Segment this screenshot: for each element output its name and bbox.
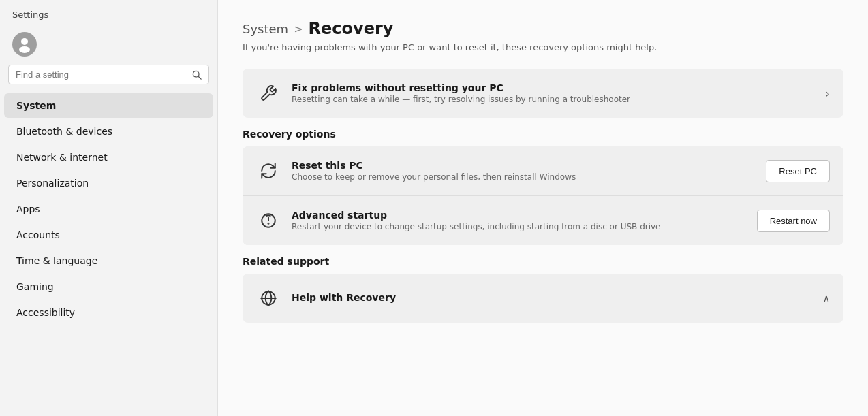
svg-point-1 [19, 46, 30, 53]
sidebar-item-accounts[interactable]: Accounts [4, 223, 213, 247]
advanced-startup-title: Advanced startup [292, 210, 757, 221]
breadcrumb-parent: System [243, 22, 288, 36]
sidebar-item-bluetooth[interactable]: Bluetooth & devices [4, 119, 213, 144]
sidebar-item-time[interactable]: Time & language [4, 249, 213, 273]
search-input[interactable] [16, 69, 192, 80]
help-recovery-title: Help with Recovery [292, 292, 823, 303]
advanced-startup-row: Advanced startup Restart your device to … [243, 196, 843, 245]
reset-pc-title: Reset this PC [292, 160, 766, 171]
restart-now-button[interactable]: Restart now [757, 210, 830, 232]
advanced-startup-desc: Restart your device to change startup se… [292, 222, 757, 231]
app-title: Settings [0, 5, 217, 27]
page-subtitle: If you're having problems with your PC o… [243, 42, 719, 52]
search-box[interactable] [8, 65, 209, 84]
fix-problems-row[interactable]: Fix problems without resetting your PC R… [243, 69, 843, 118]
fix-problems-card: Fix problems without resetting your PC R… [243, 69, 843, 118]
help-recovery-text: Help with Recovery [292, 292, 823, 304]
chevron-right-icon: › [826, 87, 830, 100]
sidebar-item-accessibility[interactable]: Accessibility [4, 300, 213, 325]
svg-line-3 [198, 76, 201, 79]
sidebar-item-network[interactable]: Network & internet [4, 145, 213, 170]
related-support-label: Related support [243, 256, 843, 267]
help-recovery-row[interactable]: Help with Recovery ∧ [243, 274, 843, 323]
wrench-icon [256, 81, 281, 106]
advanced-startup-icon [256, 208, 281, 233]
reset-pc-desc: Choose to keep or remove your personal f… [292, 172, 766, 182]
breadcrumb-separator: > [294, 22, 303, 35]
sidebar-item-system[interactable]: System [4, 93, 213, 118]
sidebar-item-gaming[interactable]: Gaming [4, 274, 213, 299]
reset-pc-text: Reset this PC Choose to keep or remove y… [292, 160, 766, 182]
recovery-options-card: Reset this PC Choose to keep or remove y… [243, 146, 843, 245]
advanced-startup-text: Advanced startup Restart your device to … [292, 210, 757, 231]
related-support-card: Help with Recovery ∧ [243, 274, 843, 323]
sidebar: Settings System Bluetooth & devices Netw… [0, 0, 218, 416]
breadcrumb: System > Recovery [243, 19, 843, 38]
reset-icon [256, 159, 281, 183]
fix-problems-text: Fix problems without resetting your PC R… [292, 82, 826, 104]
avatar-row [0, 27, 217, 65]
page-title: Recovery [309, 19, 394, 38]
sidebar-item-apps[interactable]: Apps [4, 197, 213, 221]
search-icon [192, 70, 202, 80]
svg-point-5 [268, 223, 268, 224]
avatar [12, 32, 37, 57]
svg-point-0 [21, 38, 28, 45]
chevron-up-icon: ∧ [823, 293, 830, 304]
sidebar-item-personalization[interactable]: Personalization [4, 171, 213, 195]
recovery-options-label: Recovery options [243, 129, 843, 140]
globe-icon [256, 286, 281, 310]
reset-pc-row: Reset this PC Choose to keep or remove y… [243, 146, 843, 196]
fix-problems-title: Fix problems without resetting your PC [292, 82, 826, 93]
reset-pc-button[interactable]: Reset PC [766, 160, 830, 182]
main-content: System > Recovery If you're having probl… [218, 0, 868, 416]
fix-problems-desc: Resetting can take a while — first, try … [292, 95, 826, 104]
